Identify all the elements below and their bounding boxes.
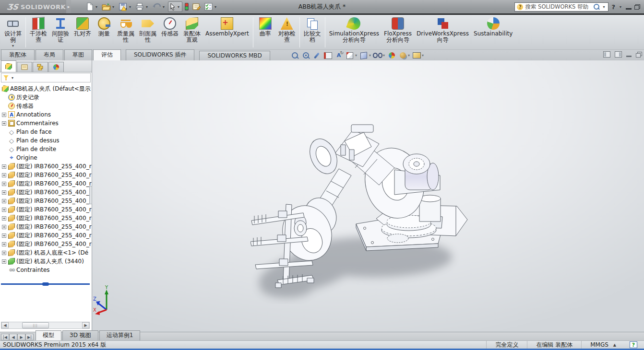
print-button[interactable]: ▾ <box>134 1 150 12</box>
tree-item[interactable]: (固定) IRB7600_255_400_r <box>2 240 92 248</box>
tab-evaluate[interactable]: 评估 <box>93 49 121 61</box>
expand-toggle-icon[interactable] <box>2 225 6 229</box>
tab-layout[interactable]: 布局 <box>36 49 63 60</box>
rotate-view-icon[interactable] <box>334 51 344 60</box>
scroll-left-icon[interactable]: ◀ <box>1 322 9 328</box>
tree-item[interactable]: ABB机器人夹爪 (Défaut<显示 <box>2 84 92 93</box>
headsup-dropdown-caret[interactable]: ▾ <box>408 53 410 58</box>
tab-assembly[interactable]: 装配体 <box>1 49 35 60</box>
undo-dropdown-caret[interactable]: ▾ <box>161 5 166 9</box>
last-tab-icon[interactable]: ▶| <box>25 334 34 340</box>
scrollbar-thumb[interactable]: ||| <box>22 322 49 328</box>
expand-toggle-icon[interactable] <box>2 251 6 255</box>
help-dropdown-caret[interactable]: ▾ <box>618 5 623 9</box>
open-dropdown-caret[interactable]: ▾ <box>111 5 116 9</box>
tree-item[interactable]: Plan de dessus <box>2 136 92 145</box>
undo-button[interactable]: ▾ <box>151 1 167 12</box>
compare-documents-button[interactable]: 比较文 档 ▾ <box>301 16 323 49</box>
3d-views-tab[interactable]: 3D 视图 <box>62 330 98 340</box>
status-help-icon[interactable]: ? <box>630 341 637 348</box>
status-units[interactable]: MMGS ▲ <box>581 341 625 349</box>
save-button[interactable]: ▾ <box>118 1 133 12</box>
display-style-icon[interactable] <box>359 51 369 60</box>
search-icon[interactable] <box>593 4 599 10</box>
group-separator[interactable]: ▾ <box>253 17 253 47</box>
mass-properties-button[interactable]: 质量属 性 ▾ <box>115 16 137 49</box>
assemblyxpert-button[interactable]: AssemblyXpert ▾ <box>203 16 251 49</box>
sensor-button[interactable]: 传感器 ▾ <box>159 16 181 49</box>
sustainability-button[interactable]: Sustainability ▾ <box>471 16 515 49</box>
clearance-verify-button[interactable]: 间隙验 证 ▾ <box>49 16 72 49</box>
hole-alignment-button[interactable]: 孔对齐 ▾ <box>72 16 94 49</box>
file-properties-button[interactable] <box>191 1 202 12</box>
filter-dropdown-caret[interactable]: ▾ <box>10 76 15 80</box>
select-button[interactable]: ▾ <box>168 1 182 12</box>
section-properties-button[interactable]: 剖面属 性 ▾ <box>137 16 159 49</box>
document-minimize-button[interactable] <box>626 56 632 57</box>
tree-horizontal-scrollbar[interactable]: ◀ ||| ▶ <box>1 322 90 329</box>
ribbon-dropdown-caret[interactable]: ▾ <box>12 44 14 48</box>
curvature-button[interactable]: 曲率 ▾ <box>255 16 276 49</box>
tree-item[interactable]: (固定) IRB7600_255_400_r <box>2 205 92 214</box>
floxpress-button[interactable]: FloXpress 分析向导 ▾ <box>382 16 414 49</box>
tree-filter-bar[interactable]: ▾ <box>1 73 91 82</box>
headsup-dropdown-caret[interactable]: ▾ <box>355 53 357 58</box>
tree-item[interactable]: Origine <box>2 153 92 162</box>
tree-item[interactable]: Commentaires <box>2 119 92 128</box>
expand-toggle-icon[interactable] <box>2 208 6 212</box>
rollback-bar[interactable] <box>1 283 90 285</box>
model-tab[interactable]: 模型 <box>36 330 61 340</box>
tree-item[interactable]: 历史记录 <box>2 93 92 102</box>
interference-check-button[interactable]: 干涉检 查 ▾ <box>27 16 49 49</box>
tree-item[interactable]: Plan de face <box>2 128 92 136</box>
simulationxpress-button[interactable]: SimulationXpress 分析向导 ▾ <box>327 16 382 49</box>
open-button[interactable]: ▾ <box>101 1 117 12</box>
rebuild-button[interactable] <box>183 1 190 12</box>
tree-item[interactable]: (固定) IRB7600_255_400_r <box>2 171 92 179</box>
tree-item[interactable]: Annotations <box>2 110 92 119</box>
tab-solidworks-addins[interactable]: SOLIDWORKS 插件 <box>126 49 194 60</box>
displaymanager-tab[interactable] <box>48 62 64 72</box>
next-tab-icon[interactable]: ▶ <box>17 334 25 340</box>
help-search-box[interactable]: ? 搜索 SOLIDWORKS 帮助 ▾ <box>514 2 608 12</box>
select-dropdown-caret[interactable]: ▾ <box>176 5 181 9</box>
group-separator[interactable]: ▾ <box>325 17 325 47</box>
edit-appearance-icon[interactable] <box>387 51 396 60</box>
tree-item[interactable]: (固定) IRB7600_255_400_r <box>2 222 92 231</box>
driveworksxpress-button[interactable]: DriveWorksXpress 向导 ▾ <box>414 16 471 49</box>
expand-toggle-icon[interactable] <box>2 233 6 238</box>
tree-item[interactable]: (固定) IRB7600_255_400_r <box>2 162 92 171</box>
tree-item[interactable]: Plan de droite <box>2 145 92 153</box>
help-button[interactable]: ? <box>611 3 615 11</box>
expand-toggle-icon[interactable] <box>2 242 6 246</box>
scroll-right-icon[interactable]: ▶ <box>82 322 89 328</box>
headsup-dropdown-caret[interactable]: ▾ <box>422 53 424 58</box>
tree-item[interactable]: (固定) IRB7600_255_400_r <box>2 197 92 205</box>
units-dropup-icon[interactable]: ▲ <box>613 343 616 347</box>
expand-toggle-icon[interactable] <box>2 121 6 126</box>
scrollbar-track[interactable]: ||| <box>9 322 82 328</box>
assembly-visualization-button[interactable]: 装配体 直观 ▾ <box>181 16 203 49</box>
robot-assembly-model[interactable] <box>250 122 481 304</box>
document-restore-button[interactable] <box>636 52 642 58</box>
tab-sketch[interactable]: 草图 <box>64 49 92 60</box>
expand-toggle-icon[interactable] <box>2 259 6 264</box>
print-dropdown-caret[interactable]: ▾ <box>144 5 149 9</box>
tree-item[interactable]: (固定) IRB7600_255_400_r <box>2 214 92 222</box>
expand-toggle-icon[interactable] <box>2 164 6 169</box>
section-view-icon[interactable] <box>323 51 333 60</box>
group-separator[interactable]: ▾ <box>299 17 300 47</box>
symmetry-check-button[interactable]: 对称检 查 ▾ <box>276 16 298 49</box>
tree-item[interactable]: Contraintes <box>2 266 92 274</box>
headsup-dropdown-caret[interactable]: ▾ <box>369 53 371 58</box>
expand-toggle-icon[interactable] <box>2 173 6 177</box>
view-orientation-icon[interactable] <box>345 51 355 60</box>
view-settings-icon[interactable] <box>412 51 421 60</box>
menu-expand-chevron-icon[interactable]: ▸ <box>66 0 71 13</box>
zoom-to-fit-icon[interactable] <box>290 51 299 60</box>
tree-item[interactable]: (固定) 机器人底座<1> (Dé <box>2 248 92 257</box>
tree-item[interactable]: 传感器 <box>2 102 92 110</box>
new-document-button[interactable]: ▾ <box>84 1 100 12</box>
expand-toggle-icon[interactable] <box>2 216 6 221</box>
tree-item[interactable]: (固定) IRB7600_255_400_r <box>2 188 92 197</box>
